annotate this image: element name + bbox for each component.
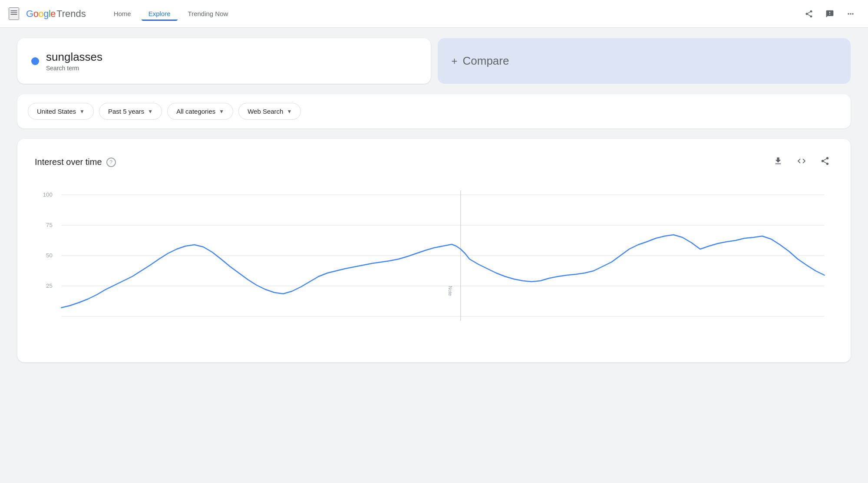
chart-actions [770, 153, 833, 171]
compare-plus-icon: + [452, 55, 458, 67]
embed-button[interactable] [793, 153, 810, 171]
main-content: sunglasses Search term + Compare United … [0, 28, 868, 373]
menu-button[interactable] [9, 7, 19, 20]
share-chart-button[interactable] [817, 153, 833, 171]
y-label-100: 100 [43, 191, 53, 198]
time-range-dropdown[interactable]: Past 5 years ▼ [99, 103, 162, 120]
nav-explore[interactable]: Explore [142, 7, 178, 21]
help-icon[interactable]: ? [106, 158, 116, 167]
region-label: United States [37, 108, 76, 115]
trends-logo-text: Trends [56, 8, 86, 20]
region-dropdown-arrow: ▼ [79, 108, 85, 115]
category-label: All categories [176, 108, 215, 115]
y-label-50: 50 [46, 252, 53, 259]
compare-card[interactable]: + Compare [438, 38, 851, 84]
chart-card: Interest over time ? [17, 139, 851, 362]
region-dropdown[interactable]: United States ▼ [28, 103, 94, 120]
nav-trending-now[interactable]: Trending Now [181, 7, 235, 21]
search-term-type: Search term [46, 65, 102, 72]
help-icon-text: ? [109, 159, 112, 165]
search-type-label: Web Search [248, 108, 283, 115]
google-apps-button[interactable] [842, 5, 859, 23]
search-type-dropdown[interactable]: Web Search ▼ [238, 103, 301, 120]
y-label-75: 75 [46, 222, 53, 228]
download-button[interactable] [770, 153, 786, 171]
chart-header: Interest over time ? [35, 153, 833, 171]
header-actions [800, 5, 859, 23]
search-row: sunglasses Search term + Compare [17, 38, 851, 84]
term-info: sunglasses Search term [46, 50, 102, 72]
feedback-button[interactable] [821, 5, 838, 23]
header: Google Trends Home Explore Trending Now [0, 0, 868, 28]
term-dot [31, 57, 39, 65]
y-label-25: 25 [46, 283, 53, 289]
main-nav: Home Explore Trending Now [107, 7, 800, 21]
chart-title-area: Interest over time ? [35, 157, 116, 167]
category-dropdown[interactable]: All categories ▼ [167, 103, 233, 120]
search-term-name: sunglasses [46, 50, 102, 64]
logo-area: Google Trends [26, 8, 86, 20]
time-range-dropdown-arrow: ▼ [148, 108, 153, 115]
chart-title: Interest over time [35, 157, 102, 167]
chart-note-text: Note [448, 286, 453, 296]
trend-line [61, 235, 824, 308]
share-button[interactable] [800, 5, 818, 23]
filter-row: United States ▼ Past 5 years ▼ All categ… [17, 94, 851, 128]
compare-label: Compare [463, 54, 509, 68]
category-dropdown-arrow: ▼ [219, 108, 224, 115]
search-type-dropdown-arrow: ▼ [287, 108, 292, 115]
chart-container: 100 75 50 25 Note [35, 182, 833, 348]
trend-chart-svg: 100 75 50 25 Note [35, 182, 833, 347]
search-term-card: sunglasses Search term [17, 38, 431, 84]
nav-home[interactable]: Home [107, 7, 138, 21]
google-logo: Google [26, 8, 56, 20]
time-range-label: Past 5 years [108, 108, 144, 115]
